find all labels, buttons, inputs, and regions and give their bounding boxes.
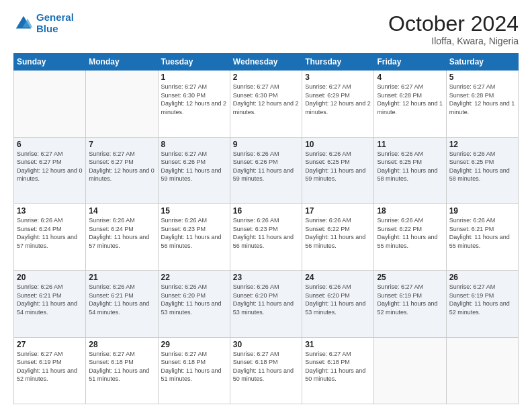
day-number: 25: [377, 273, 443, 282]
day-info: Sunrise: 6:27 AMSunset: 6:27 PMDaylight:…: [17, 150, 83, 183]
calendar-cell: 9Sunrise: 6:26 AMSunset: 6:26 PMDaylight…: [230, 137, 302, 203]
day-number: 26: [449, 273, 515, 282]
col-tuesday: Tuesday: [158, 54, 230, 71]
page: General Blue October 2024 Iloffa, Kwara,…: [0, 0, 532, 411]
day-info: Sunrise: 6:27 AMSunset: 6:30 PMDaylight:…: [233, 83, 299, 116]
calendar-cell: 25Sunrise: 6:27 AMSunset: 6:19 PMDayligh…: [374, 271, 446, 337]
day-info: Sunrise: 6:27 AMSunset: 6:26 PMDaylight:…: [161, 150, 227, 183]
calendar-cell: 17Sunrise: 6:26 AMSunset: 6:22 PMDayligh…: [302, 203, 374, 270]
calendar-cell: 28Sunrise: 6:27 AMSunset: 6:18 PMDayligh…: [86, 337, 158, 404]
day-info: Sunrise: 6:27 AMSunset: 6:19 PMDaylight:…: [17, 350, 83, 383]
day-info: Sunrise: 6:27 AMSunset: 6:30 PMDaylight:…: [161, 83, 227, 116]
day-number: 16: [233, 206, 299, 216]
calendar-cell: 22Sunrise: 6:26 AMSunset: 6:20 PMDayligh…: [158, 271, 230, 337]
day-info: Sunrise: 6:26 AMSunset: 6:25 PMDaylight:…: [305, 150, 371, 183]
calendar-cell: [14, 71, 86, 137]
calendar-cell: [86, 71, 158, 137]
logo: General Blue: [13, 12, 74, 34]
day-info: Sunrise: 6:27 AMSunset: 6:19 PMDaylight:…: [449, 283, 515, 316]
calendar-cell: 29Sunrise: 6:27 AMSunset: 6:18 PMDayligh…: [158, 337, 230, 404]
calendar-cell: 10Sunrise: 6:26 AMSunset: 6:25 PMDayligh…: [302, 137, 374, 203]
day-info: Sunrise: 6:26 AMSunset: 6:21 PMDaylight:…: [17, 283, 83, 316]
day-info: Sunrise: 6:26 AMSunset: 6:23 PMDaylight:…: [161, 216, 227, 250]
logo-general: General: [36, 11, 74, 23]
day-info: Sunrise: 6:27 AMSunset: 6:29 PMDaylight:…: [305, 83, 371, 116]
day-info: Sunrise: 6:27 AMSunset: 6:28 PMDaylight:…: [377, 83, 443, 116]
calendar-cell: 31Sunrise: 6:27 AMSunset: 6:18 PMDayligh…: [302, 337, 374, 404]
calendar-cell: 13Sunrise: 6:26 AMSunset: 6:24 PMDayligh…: [14, 203, 86, 270]
col-sunday: Sunday: [14, 54, 86, 71]
day-info: Sunrise: 6:26 AMSunset: 6:23 PMDaylight:…: [233, 216, 299, 250]
calendar-cell: 26Sunrise: 6:27 AMSunset: 6:19 PMDayligh…: [446, 271, 518, 337]
calendar-cell: 14Sunrise: 6:26 AMSunset: 6:24 PMDayligh…: [86, 203, 158, 270]
title-block: October 2024 Iloffa, Kwara, Nigeria: [388, 12, 519, 46]
calendar-cell: 12Sunrise: 6:26 AMSunset: 6:25 PMDayligh…: [446, 137, 518, 203]
day-info: Sunrise: 6:26 AMSunset: 6:20 PMDaylight:…: [233, 283, 299, 316]
calendar-cell: 23Sunrise: 6:26 AMSunset: 6:20 PMDayligh…: [230, 271, 302, 337]
day-number: 20: [17, 273, 83, 282]
calendar-header-row: Sunday Monday Tuesday Wednesday Thursday…: [14, 54, 519, 71]
day-info: Sunrise: 6:26 AMSunset: 6:25 PMDaylight:…: [449, 150, 515, 183]
calendar-cell: 24Sunrise: 6:26 AMSunset: 6:20 PMDayligh…: [302, 271, 374, 337]
calendar-cell: 7Sunrise: 6:27 AMSunset: 6:27 PMDaylight…: [86, 137, 158, 203]
day-number: 19: [449, 206, 515, 216]
calendar-cell: 11Sunrise: 6:26 AMSunset: 6:25 PMDayligh…: [374, 137, 446, 203]
day-info: Sunrise: 6:26 AMSunset: 6:26 PMDaylight:…: [233, 150, 299, 183]
day-number: 11: [377, 140, 443, 149]
day-number: 27: [17, 340, 83, 349]
day-number: 22: [161, 273, 227, 282]
day-number: 4: [377, 73, 443, 82]
calendar-cell: 6Sunrise: 6:27 AMSunset: 6:27 PMDaylight…: [14, 137, 86, 203]
day-number: 7: [89, 140, 154, 149]
logo-text: General Blue: [36, 12, 74, 34]
day-number: 23: [233, 273, 299, 282]
header: General Blue October 2024 Iloffa, Kwara,…: [13, 12, 519, 46]
day-number: 8: [161, 140, 227, 149]
col-friday: Friday: [374, 54, 446, 71]
calendar-week-row: 27Sunrise: 6:27 AMSunset: 6:19 PMDayligh…: [14, 337, 519, 404]
calendar-cell: 27Sunrise: 6:27 AMSunset: 6:19 PMDayligh…: [14, 337, 86, 404]
day-number: 17: [305, 206, 371, 216]
day-number: 30: [233, 340, 299, 349]
day-info: Sunrise: 6:26 AMSunset: 6:25 PMDaylight:…: [377, 150, 443, 183]
calendar-week-row: 1Sunrise: 6:27 AMSunset: 6:30 PMDaylight…: [14, 71, 519, 137]
day-info: Sunrise: 6:26 AMSunset: 6:20 PMDaylight:…: [161, 283, 227, 316]
calendar-week-row: 6Sunrise: 6:27 AMSunset: 6:27 PMDaylight…: [14, 137, 519, 203]
logo-blue: Blue: [36, 23, 58, 34]
day-number: 29: [161, 340, 227, 349]
day-info: Sunrise: 6:26 AMSunset: 6:24 PMDaylight:…: [89, 216, 154, 250]
day-info: Sunrise: 6:26 AMSunset: 6:21 PMDaylight:…: [89, 283, 154, 316]
calendar-cell: 19Sunrise: 6:26 AMSunset: 6:21 PMDayligh…: [446, 203, 518, 270]
col-saturday: Saturday: [446, 54, 518, 71]
calendar-week-row: 13Sunrise: 6:26 AMSunset: 6:24 PMDayligh…: [14, 203, 519, 270]
calendar-cell: 4Sunrise: 6:27 AMSunset: 6:28 PMDaylight…: [374, 71, 446, 137]
col-monday: Monday: [86, 54, 158, 71]
day-info: Sunrise: 6:27 AMSunset: 6:18 PMDaylight:…: [233, 350, 299, 383]
day-info: Sunrise: 6:26 AMSunset: 6:20 PMDaylight:…: [305, 283, 371, 316]
calendar-cell: 18Sunrise: 6:26 AMSunset: 6:22 PMDayligh…: [374, 203, 446, 270]
day-number: 1: [161, 73, 227, 82]
calendar-cell: 20Sunrise: 6:26 AMSunset: 6:21 PMDayligh…: [14, 271, 86, 337]
day-info: Sunrise: 6:27 AMSunset: 6:18 PMDaylight:…: [305, 350, 371, 383]
day-info: Sunrise: 6:27 AMSunset: 6:28 PMDaylight:…: [449, 83, 515, 116]
calendar-cell: 1Sunrise: 6:27 AMSunset: 6:30 PMDaylight…: [158, 71, 230, 137]
day-info: Sunrise: 6:26 AMSunset: 6:22 PMDaylight:…: [377, 216, 443, 250]
col-wednesday: Wednesday: [230, 54, 302, 71]
day-info: Sunrise: 6:27 AMSunset: 6:27 PMDaylight:…: [89, 150, 154, 183]
calendar-cell: 15Sunrise: 6:26 AMSunset: 6:23 PMDayligh…: [158, 203, 230, 270]
logo-icon: [13, 13, 34, 34]
calendar-cell: [374, 337, 446, 404]
col-thursday: Thursday: [302, 54, 374, 71]
day-number: 24: [305, 273, 371, 282]
day-info: Sunrise: 6:27 AMSunset: 6:18 PMDaylight:…: [89, 350, 154, 383]
day-number: 15: [161, 206, 227, 216]
calendar-cell: 5Sunrise: 6:27 AMSunset: 6:28 PMDaylight…: [446, 71, 518, 137]
day-info: Sunrise: 6:27 AMSunset: 6:18 PMDaylight:…: [161, 350, 227, 383]
location: Iloffa, Kwara, Nigeria: [388, 36, 519, 46]
calendar-cell: 21Sunrise: 6:26 AMSunset: 6:21 PMDayligh…: [86, 271, 158, 337]
month-title: October 2024: [388, 12, 519, 36]
day-number: 28: [89, 340, 154, 349]
day-info: Sunrise: 6:27 AMSunset: 6:19 PMDaylight:…: [377, 283, 443, 316]
day-number: 14: [89, 206, 154, 216]
day-number: 2: [233, 73, 299, 82]
